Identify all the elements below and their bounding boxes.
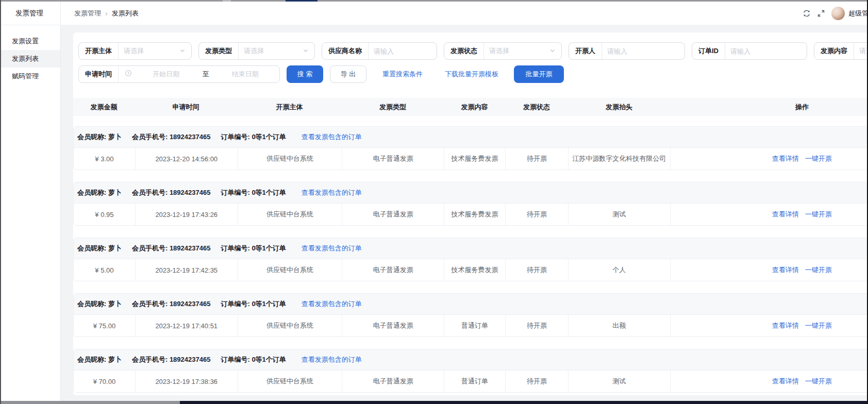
view-detail-link[interactable]: 查看详情 — [772, 154, 799, 163]
cell-apply-time: 2023-12-19 17:40:51 — [135, 315, 238, 336]
horizontal-scrollbar[interactable] — [0, 401, 868, 404]
supplier-name-input[interactable] — [374, 47, 431, 55]
filter-invoice-status[interactable]: 发票状态 请选择 — [444, 42, 562, 60]
invoice-group: 会员昵称: 萝卜 会员手机号: 18924237465 订单编号: 0等1个订单… — [73, 182, 868, 226]
cell-subject: 供应链中台系统 — [238, 371, 342, 392]
cell-invoice-content: 技术服务费发票 — [444, 204, 505, 225]
cell-invoice-title: 测试 — [568, 204, 670, 225]
member-nickname: 会员昵称: 萝卜 — [77, 355, 122, 364]
breadcrumb-invoice-management[interactable]: 发票管理 — [74, 9, 101, 18]
issuer-input[interactable] — [607, 47, 679, 55]
fullscreen-icon[interactable] — [817, 9, 825, 18]
view-orders-link[interactable]: 查看发票包含的订单 — [302, 132, 362, 142]
filter-supplier-name: 供应商名称 — [322, 42, 437, 60]
table-row: ¥ 3.00 2023-12-20 14:56:00 供应链中台系统 电子普通发… — [74, 148, 868, 170]
group-header: 会员昵称: 萝卜 会员手机号: 18924237465 订单编号: 0等1个订单… — [74, 294, 868, 315]
table-row: ¥ 75.00 2023-12-19 17:40:51 供应链中台系统 电子普通… — [74, 315, 868, 336]
batch-invoice-button[interactable]: 批量开票 — [514, 65, 564, 83]
cell-invoice-title: 个人 — [568, 259, 670, 281]
sidebar-menu: 发票设置 发票列表 赋码管理 — [0, 25, 60, 85]
filter-invoice-subject[interactable]: 开票主体 请选择 — [78, 42, 192, 60]
column-header-type: 发票类型 — [342, 103, 444, 112]
table-row: ¥ 5.00 2023-12-19 17:42:35 供应链中台系统 电子普通发… — [74, 259, 868, 281]
member-phone: 会员手机号: 18924237465 — [132, 299, 210, 309]
one-click-invoice-link[interactable]: 一键开票 — [805, 265, 832, 275]
filter-label: 开票人 — [569, 46, 602, 56]
filter-order-id: 订单ID — [692, 42, 807, 60]
column-header-apply-time: 申请时间 — [135, 103, 237, 112]
view-detail-link[interactable]: 查看详情 — [772, 377, 799, 386]
filter-invoice-type[interactable]: 发票类型 请选择 — [198, 42, 315, 60]
chevron-down-icon — [179, 46, 186, 56]
cell-invoice-status: 待开票 — [505, 371, 568, 392]
group-header: 会员昵称: 萝卜 会员手机号: 18924237465 订单编号: 0等1个订单… — [74, 349, 868, 371]
user-avatar[interactable] — [831, 7, 845, 20]
order-id-input[interactable] — [730, 47, 802, 55]
column-header-title: 发票抬头 — [568, 103, 670, 112]
group-header: 会员昵称: 萝卜 会员手机号: 18924237465 订单编号: 0等1个订单… — [74, 182, 868, 204]
export-button[interactable]: 导 出 — [330, 65, 366, 83]
cell-invoice-amount: ¥ 0.95 — [74, 204, 135, 225]
filter-label: 发票状态 — [444, 46, 483, 56]
view-detail-link[interactable]: 查看详情 — [772, 210, 799, 219]
top-edge-segment — [223, 0, 231, 2]
divider — [118, 66, 119, 82]
column-header-amount: 发票金额 — [73, 103, 135, 112]
cell-subject: 供应链中台系统 — [238, 148, 342, 170]
view-orders-link[interactable]: 查看发票包含的订单 — [302, 355, 362, 364]
column-header-subject: 开票主体 — [237, 103, 342, 112]
cell-invoice-content: 技术服务费发票 — [444, 259, 505, 281]
filter-label: 申请时间 — [79, 70, 118, 79]
cell-invoice-status: 待开票 — [505, 204, 568, 225]
view-detail-link[interactable]: 查看详情 — [772, 321, 799, 330]
scrollbar-thumb[interactable] — [180, 401, 868, 404]
member-nickname: 会员昵称: 萝卜 — [77, 244, 122, 253]
topbar: 发票管理 › 发票列表 — [61, 2, 868, 25]
filter-label: 发票内容 — [814, 46, 854, 56]
download-template-link[interactable]: 下载批量开票模板 — [445, 70, 498, 79]
view-orders-link[interactable]: 查看发票包含的订单 — [302, 188, 362, 197]
filter-apply-time: 申请时间 开始日期 至 结束日期 — [78, 65, 280, 83]
invoice-group: 会员昵称: 萝卜 会员手机号: 18924237465 订单编号: 0等1个订单… — [73, 349, 868, 393]
view-orders-link[interactable]: 查看发票包含的订单 — [302, 299, 362, 309]
cell-invoice-status: 待开票 — [505, 259, 568, 281]
filter-label: 发票类型 — [199, 46, 238, 56]
cell-invoice-content: 技术服务费发票 — [444, 148, 505, 170]
one-click-invoice-link[interactable]: 一键开票 — [805, 321, 832, 330]
filter-row-1: 开票主体 请选择 发票类型 请选择 供应商名称 — [78, 42, 868, 60]
order-number: 订单编号: 0等1个订单 — [221, 188, 286, 197]
cell-invoice-title: 出额 — [568, 315, 670, 336]
one-click-invoice-link[interactable]: 一键开票 — [805, 377, 832, 386]
refresh-icon[interactable] — [803, 9, 811, 18]
filter-bar: 开票主体 请选择 发票类型 请选择 供应商名称 — [73, 42, 868, 83]
start-date-input[interactable]: 开始日期 — [132, 70, 201, 79]
cell-actions: 查看详情 一键开票 — [670, 204, 868, 225]
reset-search-link[interactable]: 重置搜索条件 — [382, 70, 423, 79]
filter-invoice-content[interactable]: 发票内容 请选择 — [814, 42, 868, 60]
cell-invoice-type: 电子普通发票 — [342, 315, 444, 336]
one-click-invoice-link[interactable]: 一键开票 — [805, 210, 832, 219]
search-button[interactable]: 搜 索 — [287, 65, 323, 83]
invoice-list-card: 开票主体 请选择 发票类型 请选择 供应商名称 — [73, 32, 868, 395]
sidebar-item-invoice-settings[interactable]: 发票设置 — [0, 32, 60, 50]
table-row: ¥ 0.95 2023-12-19 17:43:26 供应链中台系统 电子普通发… — [74, 204, 868, 225]
cell-invoice-amount: ¥ 70.00 — [74, 371, 135, 392]
view-detail-link[interactable]: 查看详情 — [772, 265, 799, 275]
window-top-edge — [0, 0, 868, 2]
cell-invoice-amount: ¥ 5.00 — [74, 259, 135, 281]
member-nickname: 会员昵称: 萝卜 — [77, 188, 122, 197]
cell-subject: 供应链中台系统 — [238, 315, 342, 336]
invoice-group: 会员昵称: 萝卜 会员手机号: 18924237465 订单编号: 0等1个订单… — [73, 238, 868, 281]
end-date-input[interactable]: 结束日期 — [211, 70, 280, 79]
group-header: 会员昵称: 萝卜 会员手机号: 18924237465 订单编号: 0等1个订单… — [74, 127, 868, 148]
cell-actions: 查看详情 一键开票 — [670, 371, 868, 392]
member-phone: 会员手机号: 18924237465 — [132, 188, 210, 197]
sidebar-item-code-management[interactable]: 赋码管理 — [0, 68, 60, 85]
username-label: 超级管理员 — [848, 9, 868, 18]
cell-invoice-type: 电子普通发票 — [342, 204, 444, 225]
table-header-row: 发票金额 申请时间 开票主体 发票类型 发票内容 发票状态 发票抬头 操作 — [73, 98, 868, 116]
sidebar-item-invoice-list[interactable]: 发票列表 — [0, 50, 60, 68]
view-orders-link[interactable]: 查看发票包含的订单 — [302, 244, 362, 253]
one-click-invoice-link[interactable]: 一键开票 — [805, 154, 832, 163]
member-phone: 会员手机号: 18924237465 — [132, 244, 210, 253]
